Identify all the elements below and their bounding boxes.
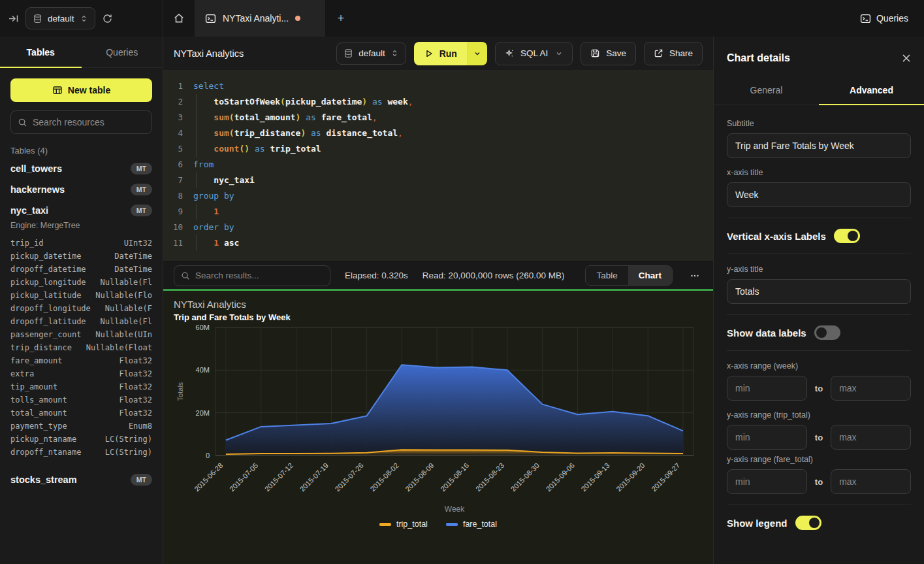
column-type: Nullable(Fl (101, 276, 152, 289)
x-axis-title-label: x-axis title (727, 168, 911, 177)
more-options-button[interactable] (687, 271, 703, 281)
new-tab-button[interactable]: + (325, 0, 357, 37)
database-selector[interactable]: default (25, 7, 95, 29)
code-line-4[interactable]: 4 sum(trip_distance) as distance_total, (163, 125, 713, 141)
new-table-button[interactable]: New table (10, 78, 152, 102)
resource-search-input[interactable] (33, 117, 151, 127)
code-text: toStartOfWeek(pickup_datetime) as week, (193, 94, 413, 110)
svg-text:2015-08-02: 2015-08-02 (368, 461, 400, 493)
vertical-x-labels-row: Vertical x-axis Labels (727, 229, 911, 243)
column-list: trip_idUInt32pickup_datetimeDateTimedrop… (0, 235, 163, 461)
sql-ai-button[interactable]: SQL AI (495, 42, 573, 65)
main-panel: NYTaxi Analytics default Run (163, 37, 714, 564)
run-button[interactable]: Run (414, 42, 468, 65)
table-row-cell-towers[interactable]: cell_towers MT (0, 158, 163, 179)
x-axis-title-field[interactable] (727, 182, 911, 207)
column-name: dropoff_datetime (10, 263, 86, 276)
chevron-down-icon (555, 50, 563, 58)
legend-item-trip_total[interactable]: trip_total (379, 520, 428, 529)
tab-advanced[interactable]: Advanced (819, 77, 924, 105)
run-button-group: Run (414, 42, 487, 65)
code-line-6[interactable]: 6from (163, 157, 713, 173)
query-database-selector[interactable]: default (336, 42, 406, 65)
column-type: Float32 (119, 380, 152, 393)
sidebar: Tables Queries New table Tables (4) cell… (0, 37, 163, 564)
tables-section-label: Tables (4) (10, 146, 152, 156)
column-row: pickup_latitudeNullable(Flo (10, 289, 152, 302)
column-name: payment_type (10, 420, 67, 433)
chevron-down-icon (473, 50, 481, 58)
subtitle-field[interactable] (727, 133, 911, 158)
column-name: dropoff_longitude (10, 302, 91, 315)
play-icon (424, 49, 434, 58)
collapse-sidebar-button[interactable] (8, 13, 19, 24)
column-name: pickup_latitude (10, 289, 81, 302)
code-line-9[interactable]: 9 1 (163, 204, 713, 220)
resource-search (10, 110, 152, 134)
svg-text:2015-09-20: 2015-09-20 (614, 461, 646, 493)
chart-canvas: 020M40M60M2015-06-282015-07-052015-07-12… (174, 322, 701, 518)
code-line-11[interactable]: 11 1 asc (163, 235, 713, 251)
code-line-8[interactable]: 8group by (163, 188, 713, 204)
to-label: to (815, 477, 823, 487)
results-search-input[interactable] (195, 271, 323, 280)
y-axis-range-trip-min[interactable] (727, 425, 807, 450)
x-axis-range-max[interactable] (831, 376, 911, 401)
details-body: Subtitle x-axis title Vertical x-axis La… (714, 105, 924, 564)
y-axis-title-label: y-axis title (727, 265, 911, 274)
y-axis-range-fare-max[interactable] (831, 469, 911, 494)
sql-editor[interactable]: 1select2 toStartOfWeek(pickup_datetime) … (163, 71, 713, 261)
share-button[interactable]: Share (644, 42, 703, 65)
queries-button[interactable]: Queries (844, 0, 924, 37)
refresh-button[interactable] (102, 13, 113, 24)
close-icon[interactable] (902, 54, 911, 63)
svg-text:2015-08-16: 2015-08-16 (439, 461, 470, 493)
home-button[interactable] (163, 0, 195, 37)
sparkle-icon (505, 48, 515, 58)
y-axis-range-fare-min[interactable] (727, 469, 807, 494)
column-name: pickup_longitude (10, 276, 86, 289)
code-line-10[interactable]: 10order by (163, 220, 713, 235)
vertical-x-labels-toggle[interactable] (834, 229, 860, 243)
run-options-button[interactable] (468, 42, 487, 65)
svg-text:2015-07-12: 2015-07-12 (263, 461, 295, 493)
column-type: DateTime (114, 250, 152, 263)
show-data-labels-label: Show data labels (727, 327, 806, 339)
code-line-3[interactable]: 3 sum(total_amount) as fare_total, (163, 110, 713, 125)
y-axis-range-fare-label: y-axis range (fare_total) (727, 455, 911, 464)
engine-badge: MT (131, 474, 152, 486)
console-icon (860, 13, 871, 24)
read-stat: Read: 20,000,000 rows (260.00 MB) (422, 271, 565, 280)
svg-text:2015-07-05: 2015-07-05 (228, 461, 259, 493)
legend-item-fare_total[interactable]: fare_total (446, 520, 497, 529)
table-row-hackernews[interactable]: hackernews MT (0, 179, 163, 200)
table-row-stocks-stream[interactable]: stocks_stream MT (0, 469, 163, 490)
body-row: Tables Queries New table Tables (4) cell… (0, 37, 924, 564)
tab-nytaxi-analytics[interactable]: NYTaxi Analyti... (195, 0, 325, 37)
save-button[interactable]: Save (581, 42, 636, 65)
column-name: tip_amount (10, 380, 57, 393)
table-row-nyc-taxi[interactable]: nyc_taxi MT (0, 200, 163, 221)
column-row: total_amountFloat32 (10, 406, 152, 420)
tab-general[interactable]: General (714, 77, 819, 105)
view-toggle-table[interactable]: Table (586, 266, 628, 285)
code-line-1[interactable]: 1select (163, 78, 713, 94)
line-number: 10 (163, 220, 183, 235)
svg-text:0: 0 (206, 452, 210, 459)
code-text: group by (193, 188, 234, 204)
topbar-left: default (0, 0, 163, 37)
sidebar-tab-tables[interactable]: Tables (0, 37, 82, 67)
code-line-2[interactable]: 2 toStartOfWeek(pickup_datetime) as week… (163, 94, 713, 110)
view-toggle-chart[interactable]: Chart (628, 266, 672, 285)
show-data-labels-toggle[interactable] (814, 325, 840, 340)
code-line-7[interactable]: 7 nyc_taxi (163, 173, 713, 188)
show-legend-toggle[interactable] (795, 516, 821, 530)
code-line-5[interactable]: 5 count() as trip_total (163, 141, 713, 157)
y-axis-range-trip-max[interactable] (831, 425, 911, 450)
x-axis-range-min[interactable] (727, 376, 807, 401)
column-name: trip_distance (10, 341, 72, 354)
sidebar-tab-queries[interactable]: Queries (82, 37, 163, 67)
line-number: 1 (163, 78, 183, 94)
y-axis-title-field[interactable] (727, 279, 911, 304)
column-type: Float32 (119, 354, 152, 367)
